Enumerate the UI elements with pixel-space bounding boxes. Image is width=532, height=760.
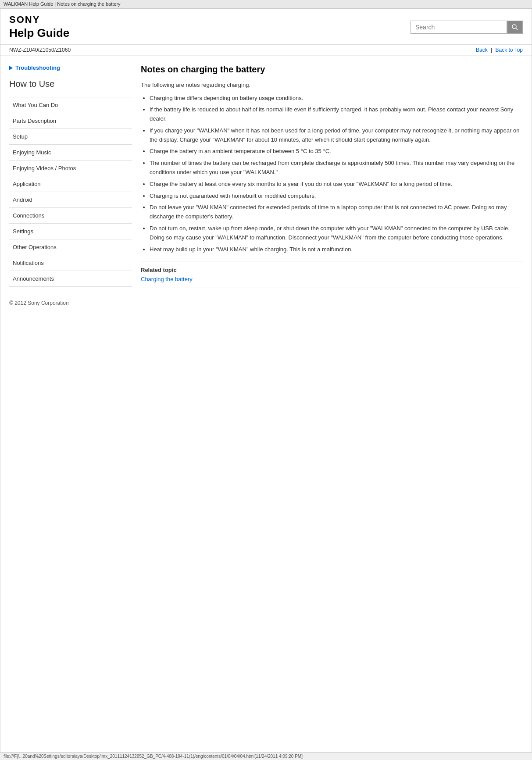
list-item: Other Operations — [9, 239, 132, 255]
list-item: Settings — [9, 223, 132, 239]
list-item: Enjoying Music — [9, 144, 132, 160]
main-content: Troubleshooting How to Use What You Can … — [0, 56, 532, 315]
header-left: SONY Help Guide — [9, 14, 69, 40]
list-item: Notifications — [9, 255, 132, 271]
article-title: Notes on charging the battery — [141, 64, 523, 75]
browser-title: WALKMAN Help Guide | Notes on charging t… — [4, 1, 121, 7]
footer-bar: file:///F|/...20and%20Settings/editorala… — [0, 752, 532, 754]
model-number: NWZ-Z1040/Z1050/Z1060 — [9, 47, 71, 53]
list-item: Charging is not guaranteed with homebuil… — [150, 192, 523, 201]
back-link[interactable]: Back — [476, 47, 488, 53]
search-area — [411, 21, 523, 34]
help-guide-title: Help Guide — [9, 26, 69, 40]
sidebar-item-parts-description[interactable]: Parts Description — [9, 113, 132, 128]
article-list: Charging time differs depending on batte… — [150, 94, 523, 254]
nav-links: Back | Back to Top — [476, 47, 523, 53]
list-item: Android — [9, 192, 132, 207]
sidebar: Troubleshooting How to Use What You Can … — [9, 64, 132, 306]
list-item: Application — [9, 176, 132, 192]
sidebar-item-enjoying-videos[interactable]: Enjoying Videos / Photos — [9, 161, 132, 176]
svg-line-1 — [516, 28, 518, 30]
sidebar-item-application[interactable]: Application — [9, 176, 132, 192]
svg-point-0 — [512, 25, 516, 29]
sidebar-item-setup[interactable]: Setup — [9, 129, 132, 144]
list-item: Do not leave your "WALKMAN" connected fo… — [150, 203, 523, 221]
related-topic-label: Related topic — [141, 267, 523, 273]
related-topic-section: Related topic Charging the battery — [141, 261, 523, 288]
list-item: Parts Description — [9, 113, 132, 128]
list-item: Enjoying Videos / Photos — [9, 160, 132, 176]
sidebar-item-announcements[interactable]: Announcements — [9, 271, 132, 286]
sidebar-item-android[interactable]: Android — [9, 192, 132, 207]
list-item: Announcements — [9, 271, 132, 287]
page-wrapper: SONY Help Guide NWZ-Z1040/Z1050/Z1060 Ba… — [0, 8, 532, 754]
back-to-top-link[interactable]: Back to Top — [496, 47, 523, 53]
header: SONY Help Guide — [0, 9, 532, 45]
list-item: Charge the battery at least once every s… — [150, 180, 523, 189]
list-item: The number of times the battery can be r… — [150, 159, 523, 177]
search-button[interactable] — [507, 21, 523, 34]
sidebar-section-title: How to Use — [9, 79, 132, 93]
list-item: Setup — [9, 128, 132, 144]
browser-title-bar: WALKMAN Help Guide | Notes on charging t… — [0, 0, 532, 8]
troubleshooting-label: Troubleshooting — [15, 64, 60, 71]
related-topic-link[interactable]: Charging the battery — [141, 276, 193, 282]
sidebar-item-connections[interactable]: Connections — [9, 208, 132, 223]
list-item: Connections — [9, 207, 132, 223]
list-item: Charge the battery in an ambient tempera… — [150, 147, 523, 156]
chevron-right-icon — [9, 66, 13, 70]
copyright: © 2012 Sony Corporation — [9, 300, 132, 306]
list-item: What You Can Do — [9, 97, 132, 113]
search-icon — [511, 24, 518, 31]
sidebar-item-settings[interactable]: Settings — [9, 224, 132, 239]
list-item: Heat may build up in your "WALKMAN" whil… — [150, 245, 523, 254]
sidebar-item-notifications[interactable]: Notifications — [9, 255, 132, 271]
sidebar-nav: What You Can Do Parts Description Setup … — [9, 97, 132, 287]
troubleshooting-link[interactable]: Troubleshooting — [9, 64, 132, 71]
sidebar-item-other-operations[interactable]: Other Operations — [9, 239, 132, 255]
list-item: Do not turn on, restart, wake up from sl… — [150, 224, 523, 243]
nav-divider: | — [491, 47, 493, 53]
list-item: If the battery life is reduced to about … — [150, 105, 523, 124]
sony-logo: SONY — [9, 14, 69, 25]
sidebar-item-enjoying-music[interactable]: Enjoying Music — [9, 145, 132, 160]
list-item: If you charge your "WALKMAN" when it has… — [150, 126, 523, 145]
sidebar-item-what-you-can-do[interactable]: What You Can Do — [9, 97, 132, 113]
article-content: Notes on charging the battery The follow… — [141, 64, 523, 306]
search-input[interactable] — [411, 21, 507, 34]
list-item: Charging time differs depending on batte… — [150, 94, 523, 103]
article-intro: The following are notes regarding chargi… — [141, 81, 523, 89]
nav-bar: NWZ-Z1040/Z1050/Z1060 Back | Back to Top — [0, 45, 532, 56]
